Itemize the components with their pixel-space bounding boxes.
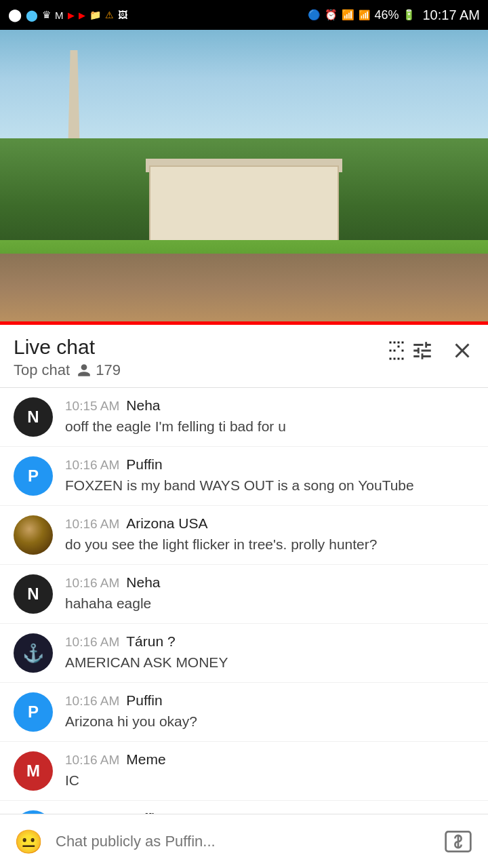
image-icon: 🖼: [118, 9, 127, 20]
bluetooth-icon: 🔵: [308, 9, 321, 21]
chat-meta: 10:16 AM Meme: [65, 751, 474, 768]
ground: [0, 254, 488, 321]
chat-content: 10:16 AM Neha hahaha eagle: [65, 574, 474, 613]
chat-username: Puffin: [126, 692, 162, 709]
chat-username: Arizona USA: [126, 515, 207, 532]
chat-text: do you see the light flicker in tree's. …: [65, 534, 474, 554]
avatar-initial: M: [26, 762, 40, 781]
chat-username: Meme: [126, 751, 165, 768]
chat-time: 10:16 AM: [65, 753, 119, 768]
signal-icon: 📶: [359, 9, 370, 20]
chat-meta: 10:16 AM Arizona USA: [65, 515, 474, 532]
viewer-count: 179: [96, 361, 121, 379]
chat-time: 10:16 AM: [65, 458, 119, 473]
filter-button[interactable]: [386, 338, 434, 363]
emoji-icon: 😐: [14, 828, 43, 855]
alarm-icon: ⏰: [325, 9, 338, 21]
youtube2-icon: ▶: [79, 10, 85, 20]
chat-time: 10:16 AM: [65, 694, 119, 709]
chat-text: Arizona hi you okay?: [65, 711, 474, 731]
status-bar: ⬤ ⬤ ♛ M ▶ ▶ 📁 ⚠ 🖼 🔵 ⏰ 📶 📶 46% 🔋 10:17 AM: [0, 0, 488, 30]
crown-icon: ♛: [42, 9, 51, 21]
avatar-initial: N: [27, 585, 39, 604]
close-icon: [450, 338, 474, 363]
youtube-icon: ▶: [68, 10, 75, 20]
chat-username: Neha: [126, 574, 160, 591]
live-chat-subtitle: Top chat 179: [14, 361, 121, 379]
chat-message: N 10:15 AM Neha ooff the eagle I'm felli…: [0, 388, 488, 447]
battery-percentage: 46%: [374, 8, 399, 22]
avatar-initial: N: [27, 408, 39, 427]
status-bar-left: ⬤ ⬤ ♛ M ▶ ▶ 📁 ⚠ 🖼: [8, 7, 127, 22]
white-house: [149, 165, 339, 247]
chat-meta: 10:15 AM Neha: [65, 397, 474, 414]
chat-message: M 10:16 AM Meme IC: [0, 742, 488, 801]
chat-text: FOXZEN is my band WAYS OUT is a song on …: [65, 475, 474, 495]
superchat-icon: [443, 827, 473, 856]
folder-icon: 📁: [89, 9, 101, 20]
chat-content: 10:16 AM Arizona USA do you see the ligh…: [65, 515, 474, 554]
avatar: [14, 515, 53, 555]
avatar: P: [14, 456, 53, 496]
chat-text: ooff the eagle I'm felling ti bad for u: [65, 416, 474, 436]
chat-message: P 10:16 AM Puffin FOXZEN is my band WAYS…: [0, 447, 488, 506]
live-chat-title: Live chat: [14, 336, 121, 359]
chat-content: 10:16 AM Puffin Arizona hi you okay?: [65, 692, 474, 731]
chat-text: IC: [65, 770, 474, 790]
pokeball-icon: ⬤: [8, 7, 22, 22]
filter-icon: [386, 338, 411, 363]
live-chat-title-section: Live chat Top chat 179: [14, 336, 121, 379]
top-chat-label[interactable]: Top chat: [14, 361, 70, 379]
chat-content: 10:16 AM Puffin FOXZEN is my band WAYS O…: [65, 456, 474, 495]
chat-text: AMERICAN ASK MONEY: [65, 652, 474, 672]
chat-time: 10:16 AM: [65, 635, 119, 650]
wifi-icon: 📶: [342, 9, 354, 21]
warning-icon: ⚠: [105, 9, 114, 20]
chat-content: 10:16 AM Tárun ? AMERICAN ASK MONEY: [65, 633, 474, 672]
chat-message: 10:16 AM Arizona USA do you see the ligh…: [0, 506, 488, 565]
chat-time: 10:16 AM: [65, 576, 119, 591]
chat-content: 10:15 AM Neha ooff the eagle I'm felling…: [65, 397, 474, 436]
time-display: 10:17 AM: [422, 7, 480, 23]
status-bar-right: 🔵 ⏰ 📶 📶 46% 🔋 10:17 AM: [308, 7, 480, 23]
chat-controls: [386, 336, 474, 363]
avatar: P: [14, 692, 53, 732]
chat-time: 10:15 AM: [65, 399, 119, 414]
avatar: M: [14, 751, 53, 791]
chat-input-bar: 😐: [0, 814, 488, 868]
chat-username: Puffin: [126, 456, 162, 473]
chat-message: P 10:16 AM Puffin Arizona hi you okay?: [0, 683, 488, 742]
superchat-button[interactable]: [439, 824, 477, 859]
chat-time: 10:16 AM: [65, 517, 119, 532]
viewer-count-section: 179: [77, 361, 121, 379]
avatar-anchor-icon: ⚓: [22, 643, 44, 664]
chat-message: N 10:16 AM Neha hahaha eagle: [0, 565, 488, 624]
avatar: N: [14, 397, 53, 437]
chat-username: Tárun ?: [126, 633, 175, 650]
chat-message: ⚓ 10:16 AM Tárun ? AMERICAN ASK MONEY: [0, 624, 488, 683]
emoji-button[interactable]: 😐: [11, 824, 46, 859]
sliders-icon: [411, 339, 434, 362]
avatar-initial: P: [28, 703, 39, 722]
chat-meta: 10:16 AM Tárun ?: [65, 633, 474, 650]
chat-input[interactable]: [56, 824, 430, 859]
avatar-initial: P: [28, 467, 39, 486]
video-player[interactable]: [0, 30, 488, 321]
avatar: ⚓: [14, 633, 53, 673]
chat-meta: 10:16 AM Neha: [65, 574, 474, 591]
chat-username: Neha: [126, 397, 160, 414]
chat-messages-list: N 10:15 AM Neha ooff the eagle I'm felli…: [0, 388, 488, 868]
chat-meta: 10:16 AM Puffin: [65, 692, 474, 709]
close-button[interactable]: [450, 338, 474, 363]
person-icon: [77, 363, 92, 378]
chat-meta: 10:16 AM Puffin: [65, 456, 474, 473]
chat-content: 10:16 AM Meme IC: [65, 751, 474, 790]
live-chat-header: Live chat Top chat 179: [0, 325, 488, 388]
chat-text: hahaha eagle: [65, 593, 474, 613]
mastodon-icon: M: [55, 9, 64, 21]
battery-icon: 🔋: [403, 9, 415, 21]
pokego-icon: ⬤: [26, 9, 38, 22]
avatar: N: [14, 574, 53, 614]
